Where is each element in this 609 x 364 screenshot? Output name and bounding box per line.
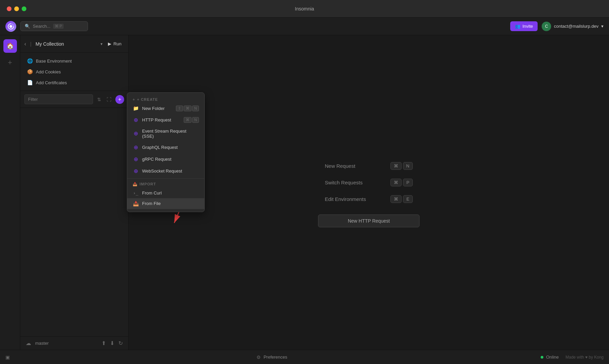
graphql-icon: ⊕ — [133, 144, 139, 151]
dropdown-item-label: GraphQL Request — [142, 145, 199, 150]
import-section-label: 📥 IMPORT — [127, 180, 204, 188]
made-with-label: Made with ♥ by Kong — [565, 355, 604, 360]
download-icon[interactable]: ⬇ — [110, 340, 114, 346]
create-dropdown-menu: + + CREATE 📁 New Folder ⇧⌘N ⊕ — [127, 92, 205, 212]
create-label: + CREATE — [137, 97, 158, 101]
sync-icon[interactable]: ↻ — [118, 340, 123, 346]
svg-point-1 — [9, 25, 12, 28]
top-toolbar: 🔍 Search... ⌘ P 👥 Invite C contact@mails… — [0, 18, 609, 35]
new-request-label: New Request — [325, 163, 377, 169]
dropdown-graphql-request[interactable]: ⊕ GraphQL Request — [127, 141, 204, 153]
sidebar-toggle-button[interactable]: ▣ — [5, 355, 10, 360]
dropdown-sse-request[interactable]: ⊕ Event Stream Request (SSE) — [127, 126, 204, 141]
run-button[interactable]: ▶ Run — [105, 40, 124, 48]
file-import-icon: 📥 — [133, 201, 139, 206]
new-request-keys: ⌘ N — [390, 162, 413, 170]
curl-icon: ›_ — [133, 190, 139, 196]
sse-icon: ⊕ — [133, 130, 139, 137]
bottom-bar: ▣ ⚙ Preferences Online Made with ♥ by Ko… — [0, 350, 609, 364]
collection-name: My Collection — [36, 41, 98, 47]
traffic-lights — [7, 6, 26, 11]
new-request-shortcut: New Request ⌘ N — [318, 158, 420, 174]
plus-icon: + — [133, 97, 135, 101]
shortcuts-panel: New Request ⌘ N Switch Requests ⌘ P Edit… — [318, 158, 420, 227]
sidebar-add-button[interactable]: + — [8, 58, 12, 67]
shortcut-key-cmd: ⌘ — [390, 179, 402, 186]
online-label: Online — [546, 355, 559, 360]
avatar: C — [542, 22, 551, 31]
kbd-http-request: ⌘N — [184, 117, 199, 123]
shortcut-key-e: E — [403, 195, 413, 203]
new-http-request-button[interactable]: New HTTP Request — [318, 214, 420, 227]
preferences-item[interactable]: ⚙ Preferences — [254, 353, 290, 361]
http-icon: ⊕ — [133, 117, 139, 123]
sidebar-header: ‹ | My Collection ▾ ▶ Run — [20, 35, 128, 53]
run-label: Run — [113, 41, 121, 46]
invite-button[interactable]: 👥 Invite — [510, 21, 538, 31]
close-button[interactable] — [7, 6, 12, 11]
dropdown-websocket-request[interactable]: ⊕ WebSocket Request — [127, 165, 204, 177]
edit-environments-label: Edit Environments — [325, 196, 377, 202]
invite-label: Invite — [522, 24, 533, 29]
app-logo[interactable] — [5, 21, 16, 32]
shortcut-key-p: P — [403, 179, 413, 186]
import-icon: 📥 — [133, 182, 138, 186]
dropdown-divider — [127, 178, 204, 179]
window-title: Insomnia — [295, 6, 314, 12]
main-wrapper: 🏠 + ‹ | My Collection ▾ ▶ Run 🌐 Base Env… — [0, 35, 609, 350]
kbd-new-folder: ⇧⌘N — [176, 106, 199, 111]
collection-sidebar: ‹ | My Collection ▾ ▶ Run 🌐 Base Environ… — [20, 35, 129, 350]
sidebar-menu: 🌐 Base Environment 🍪 Add Cookies 📄 Add C… — [20, 53, 128, 91]
sidebar-back-button[interactable]: ‹ — [24, 41, 26, 47]
switch-requests-keys: ⌘ P — [390, 179, 413, 186]
online-status: Online — [541, 355, 559, 360]
sidebar-item-cookies[interactable]: 🍪 Add Cookies — [20, 66, 128, 77]
dropdown-item-label: WebSocket Request — [142, 168, 199, 174]
dropdown-http-request[interactable]: ⊕ HTTP Request ⌘N — [127, 114, 204, 126]
add-request-dropdown: + + + CREATE 📁 New Folder ⇧⌘N — [115, 95, 124, 104]
edit-environments-shortcut: Edit Environments ⌘ E — [318, 191, 420, 207]
dropdown-item-label: Event Stream Request (SSE) — [142, 129, 199, 139]
dropdown-item-label: From File — [142, 201, 199, 206]
edit-environments-keys: ⌘ E — [390, 195, 413, 203]
sidebar-item-certificates[interactable]: 📄 Add Certificates — [20, 77, 128, 88]
websocket-icon: ⊕ — [133, 168, 139, 174]
sort-icon[interactable]: ⇅ — [96, 95, 103, 104]
shortcut-key-cmd: ⌘ — [390, 195, 402, 203]
upload-icon[interactable]: ⬆ — [102, 340, 106, 346]
dropdown-grpc-request[interactable]: ⊕ gRPC Request — [127, 153, 204, 165]
dropdown-item-label: gRPC Request — [142, 157, 199, 162]
folder-icon: 📁 — [133, 106, 139, 111]
sidebar-item-base-environment[interactable]: 🌐 Base Environment — [20, 55, 128, 66]
branch-label: master — [35, 341, 49, 346]
sidebar-home-button[interactable]: 🏠 — [3, 39, 17, 53]
icon-sidebar: 🏠 + — [0, 35, 20, 350]
dropdown-item-label: From Curl — [142, 190, 199, 196]
filter-input[interactable] — [24, 94, 93, 104]
sidebar-divider: | — [30, 41, 31, 47]
preferences-label: Preferences — [264, 355, 287, 360]
user-email: contact@mailslurp.dev — [554, 24, 599, 29]
app-container: 🔍 Search... ⌘ P 👥 Invite C contact@mails… — [0, 18, 609, 364]
search-bar[interactable]: 🔍 Search... ⌘ P — [20, 21, 88, 31]
title-bar: Insomnia — [0, 0, 609, 18]
search-shortcut: ⌘ P — [53, 24, 64, 29]
dropdown-from-file[interactable]: 📥 From File — [127, 198, 204, 209]
filter-bar: ⇅ ⛶ + + + CREATE 📁 New Folder — [20, 91, 128, 108]
import-label: IMPORT — [140, 182, 156, 186]
user-menu[interactable]: C contact@mailslurp.dev ▾ — [542, 22, 604, 31]
create-section-label: + + CREATE — [127, 95, 204, 103]
sidebar-item-label: Base Environment — [36, 59, 72, 64]
minimize-button[interactable] — [14, 6, 19, 11]
expand-icon[interactable]: ⛶ — [105, 95, 113, 104]
shortcut-key-n: N — [403, 162, 413, 170]
collection-chevron-icon[interactable]: ▾ — [100, 42, 103, 46]
maximize-button[interactable] — [22, 6, 26, 11]
sidebar-item-label: Add Cookies — [36, 69, 61, 74]
cloud-icon: ☁ — [26, 340, 31, 346]
gear-icon: ⚙ — [256, 355, 261, 360]
add-request-button[interactable]: + — [115, 95, 124, 104]
dropdown-from-curl[interactable]: ›_ From Curl — [127, 188, 204, 198]
search-icon: 🔍 — [25, 24, 30, 29]
dropdown-new-folder[interactable]: 📁 New Folder ⇧⌘N — [127, 103, 204, 114]
